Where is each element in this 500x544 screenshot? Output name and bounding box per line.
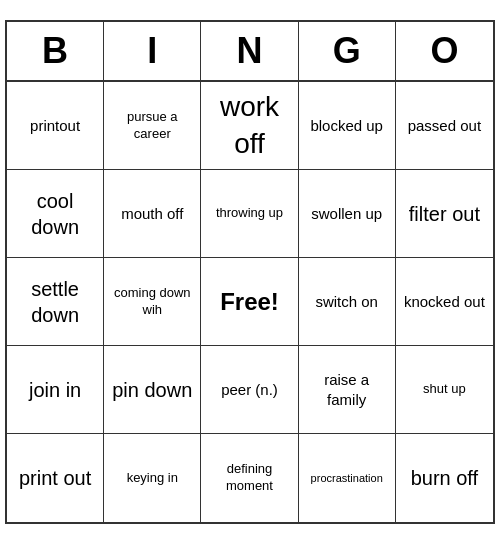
header-letter-b: B bbox=[7, 22, 104, 80]
bingo-cell-1: pursue a career bbox=[104, 82, 201, 170]
bingo-cell-10: settle down bbox=[7, 258, 104, 346]
bingo-cell-7: throwing up bbox=[201, 170, 298, 258]
bingo-cell-22: defining moment bbox=[201, 434, 298, 522]
bingo-cell-19: shut up bbox=[396, 346, 493, 434]
bingo-cell-0: printout bbox=[7, 82, 104, 170]
bingo-cell-9: filter out bbox=[396, 170, 493, 258]
bingo-cell-20: print out bbox=[7, 434, 104, 522]
bingo-header: BINGO bbox=[7, 22, 493, 82]
bingo-cell-6: mouth off bbox=[104, 170, 201, 258]
bingo-cell-11: coming down wih bbox=[104, 258, 201, 346]
bingo-cell-4: passed out bbox=[396, 82, 493, 170]
bingo-cell-17: peer (n.) bbox=[201, 346, 298, 434]
header-letter-i: I bbox=[104, 22, 201, 80]
bingo-grid: printoutpursue a careerwork offblocked u… bbox=[7, 82, 493, 522]
bingo-card: BINGO printoutpursue a careerwork offblo… bbox=[5, 20, 495, 524]
bingo-cell-18: raise a family bbox=[299, 346, 396, 434]
bingo-cell-12: Free! bbox=[201, 258, 298, 346]
bingo-cell-14: knocked out bbox=[396, 258, 493, 346]
bingo-cell-3: blocked up bbox=[299, 82, 396, 170]
bingo-cell-15: join in bbox=[7, 346, 104, 434]
header-letter-n: N bbox=[201, 22, 298, 80]
header-letter-o: O bbox=[396, 22, 493, 80]
bingo-cell-2: work off bbox=[201, 82, 298, 170]
bingo-cell-5: cool down bbox=[7, 170, 104, 258]
header-letter-g: G bbox=[299, 22, 396, 80]
bingo-cell-23: procrastination bbox=[299, 434, 396, 522]
bingo-cell-16: pin down bbox=[104, 346, 201, 434]
bingo-cell-24: burn off bbox=[396, 434, 493, 522]
bingo-cell-8: swollen up bbox=[299, 170, 396, 258]
bingo-cell-21: keying in bbox=[104, 434, 201, 522]
bingo-cell-13: switch on bbox=[299, 258, 396, 346]
